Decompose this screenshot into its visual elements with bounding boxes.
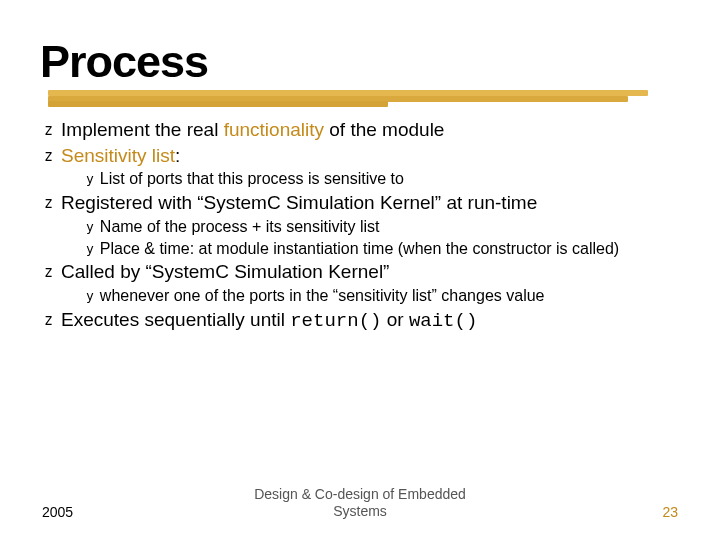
bullet-text: Executes sequentially until return() or … <box>61 308 477 334</box>
slide: Process z Implement the real functionali… <box>0 0 720 334</box>
bullet-glyph: z <box>44 194 53 214</box>
bullet-l1: z Registered with “SystemC Simulation Ke… <box>44 191 682 216</box>
bullet-glyph: y <box>86 241 94 258</box>
bullet-text: whenever one of the ports in the “sensit… <box>100 286 545 307</box>
underline-stroke <box>48 101 388 107</box>
bullet-text: Registered with “SystemC Simulation Kern… <box>61 191 537 216</box>
bullet-glyph: y <box>86 288 94 305</box>
footer-page-number: 23 <box>558 504 720 520</box>
bullet-l2: y List of ports that this process is sen… <box>86 169 682 190</box>
bullet-text: Name of the process + its sensitivity li… <box>100 217 380 238</box>
bullet-glyph: y <box>86 171 94 188</box>
bullet-glyph: z <box>44 311 53 331</box>
bullet-glyph: z <box>44 121 53 141</box>
bullet-glyph: z <box>44 147 53 167</box>
slide-title: Process <box>40 36 682 88</box>
bullet-l2: y Place & time: at module instantiation … <box>86 239 682 260</box>
bullet-text: Called by “SystemC Simulation Kernel” <box>61 260 389 285</box>
bullet-text: Place & time: at module instantiation ti… <box>100 239 619 260</box>
bullet-l1: z Called by “SystemC Simulation Kernel” <box>44 260 682 285</box>
bullet-l2: y whenever one of the ports in the “sens… <box>86 286 682 307</box>
footer-year: 2005 <box>0 504 162 520</box>
footer-title: Design & Co-design of EmbeddedSystems <box>162 486 558 520</box>
slide-footer: 2005 Design & Co-design of EmbeddedSyste… <box>0 486 720 520</box>
bullet-text: Implement the real functionality of the … <box>61 118 444 143</box>
bullet-l1: z Implement the real functionality of th… <box>44 118 682 143</box>
slide-body: z Implement the real functionality of th… <box>38 118 682 334</box>
bullet-text: List of ports that this process is sensi… <box>100 169 404 190</box>
bullet-glyph: y <box>86 219 94 236</box>
title-underline <box>48 90 662 112</box>
bullet-text: Sensitivity list: <box>61 144 180 169</box>
bullet-l1: z Sensitivity list: <box>44 144 682 169</box>
bullet-l2: y Name of the process + its sensitivity … <box>86 217 682 238</box>
bullet-l1: z Executes sequentially until return() o… <box>44 308 682 334</box>
bullet-glyph: z <box>44 263 53 283</box>
